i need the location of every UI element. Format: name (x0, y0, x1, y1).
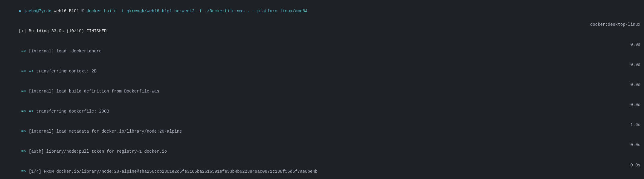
step-arrow-4: => => (19, 109, 36, 114)
step-text-7: [1/4] FROM docker.io/library/node:20-alp… (29, 169, 318, 174)
step-text-2: transferring context: 2B (36, 69, 97, 74)
step-time-1: 0.0s (616, 42, 640, 48)
step-text-1: [internal] load .dockerignore (29, 49, 102, 54)
step-content-1: => [internal] load .dockerignore (4, 42, 616, 61)
step-arrow-2: => => (19, 69, 36, 74)
docker-desktop-label: docker:desktop-linux (581, 22, 640, 28)
prompt-user: jaeha@7yrde (24, 9, 51, 13)
step-content-6: => [auth] library/node:pull token for re… (4, 142, 616, 161)
step-line-4: => => transferring dockerfile: 290B 0.0s (0, 101, 644, 122)
terminal-window: ● jaeha@7yrde web16-B1G1 % docker build … (0, 0, 644, 179)
step-arrow-3: => (19, 89, 29, 94)
step-time-7: 0.0s (616, 162, 640, 169)
step-line-3: => [internal] load build definition from… (0, 81, 644, 101)
step-line-2: => => transferring context: 2B 0.0s (0, 61, 644, 81)
step-line-7: => [1/4] FROM docker.io/library/node:20-… (0, 162, 644, 179)
step-text-3: [internal] load build definition from Do… (29, 89, 159, 94)
step-time-6: 0.0s (616, 142, 640, 148)
building-text: [+] Building 33.0s (10/10) FINISHED (19, 29, 106, 34)
step-content-5: => [internal] load metadata for docker.i… (4, 122, 616, 141)
step-time-4: 0.0s (616, 102, 640, 108)
step-text-4: transferring dockerfile: 290B (36, 109, 109, 114)
step-time-5: 1.6s (616, 122, 640, 128)
step-line-5: => [internal] load metadata for docker.i… (0, 122, 644, 142)
prompt-content: ● jaeha@7yrde web16-B1G1 % docker build … (4, 1, 581, 21)
step-content-7: => [1/4] FROM docker.io/library/node:20-… (4, 162, 616, 179)
prompt-command: docker build -t qkrwogk/web16-b1g1-be:we… (86, 9, 307, 13)
prompt-line: ● jaeha@7yrde web16-B1G1 % docker build … (0, 1, 644, 21)
step-arrow-7: => (19, 169, 29, 174)
building-header-line: [+] Building 33.0s (10/10) FINISHED dock… (0, 21, 644, 41)
step-content-2: => => transferring context: 2B (4, 62, 616, 81)
building-header-content: [+] Building 33.0s (10/10) FINISHED (4, 22, 581, 41)
prompt-symbol: % (79, 9, 86, 13)
step-time-2: 0.0s (616, 62, 640, 68)
step-line-6: => [auth] library/node:pull token for re… (0, 142, 644, 162)
prompt-dot: ● (19, 9, 24, 13)
step-text-5: [internal] load metadata for docker.io/l… (29, 129, 182, 134)
step-content-3: => [internal] load build definition from… (4, 82, 616, 101)
step-time-3: 0.0s (616, 82, 640, 88)
step-arrow-6: => (19, 149, 29, 154)
step-content-4: => => transferring dockerfile: 290B (4, 102, 616, 121)
prompt-dir: web16-B1G1 (51, 9, 79, 13)
step-arrow-5: => (19, 129, 29, 134)
step-line-1: => [internal] load .dockerignore 0.0s (0, 41, 644, 61)
step-arrow-1: => (19, 49, 29, 54)
step-text-6: [auth] library/node:pull token for regis… (29, 149, 167, 154)
